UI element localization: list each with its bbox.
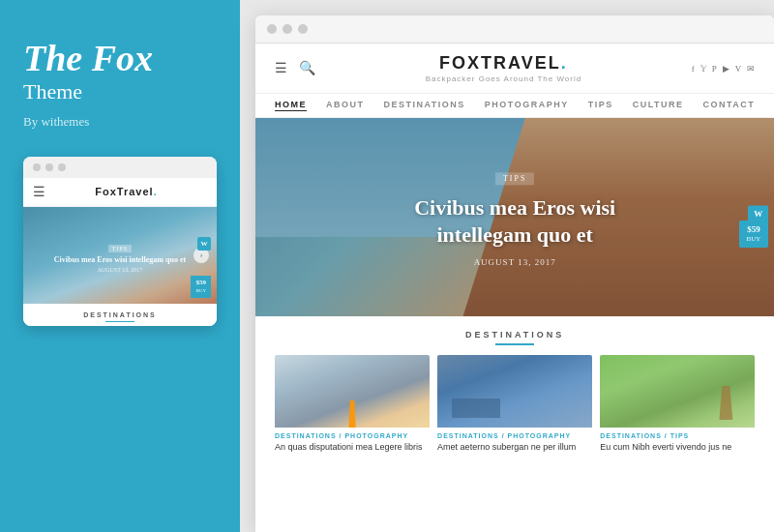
dest-card-3-image: [600, 355, 755, 428]
left-panel: The Fox Theme By withemes ☰ FoxTravel. T…: [0, 0, 240, 532]
mini-site-logo: FoxTravel.: [95, 186, 157, 197]
destinations-section-line: [495, 343, 534, 345]
nav-home[interactable]: HOME: [275, 100, 307, 111]
pinterest-icon[interactable]: P: [712, 64, 717, 74]
logo-dot: .: [561, 53, 568, 73]
dest-card-1-category: DESTINATIONS / PHOTOGRAPHY: [275, 432, 430, 439]
hero-title: Civibus mea Eros wisi intellegam quo et: [385, 194, 644, 250]
hero-tips-badge: TIPS: [495, 172, 534, 185]
dest-card-1[interactable]: DESTINATIONS / PHOTOGRAPHY An quas dispu…: [275, 355, 430, 456]
dest-card-3-title: Eu cum Nibh everti vivendo jus ne: [600, 442, 755, 454]
price-badge: $59 BUY: [739, 220, 769, 248]
mini-hamburger-icon: ☰: [33, 184, 45, 200]
nav-culture[interactable]: CULTURE: [633, 100, 684, 111]
mini-hero-title: Civibus mea Eros wisi intellegam quo et: [54, 255, 186, 265]
site-logo-area: FoxTravel. Backpacker Goes Around The Wo…: [426, 53, 582, 83]
hamburger-icon[interactable]: ☰: [275, 60, 287, 76]
browser-dot-3: [298, 24, 308, 34]
price-value: $59: [747, 223, 760, 233]
site-hero: TIPS Civibus mea Eros wisi intellegam qu…: [255, 118, 774, 316]
nav-photography[interactable]: PHOTOGRAPHY: [485, 100, 569, 111]
mini-nav-bar: ☰ FoxTravel.: [23, 178, 217, 207]
facebook-icon[interactable]: f: [692, 64, 695, 74]
browser-dot-2: [283, 24, 292, 34]
dest-card-2-meta: DESTINATIONS / PHOTOGRAPHY Amet aeterno …: [437, 428, 592, 456]
site-logo: FoxTravel.: [426, 53, 582, 74]
nav-about[interactable]: ABOUT: [326, 100, 365, 111]
browser-dot-1: [267, 24, 277, 34]
destinations-section: DESTINATIONS DESTINATIONS / PHOTOGRAPHY …: [255, 316, 774, 463]
mini-browser: ☰ FoxTravel. TIPS Civibus mea Eros wisi …: [23, 157, 217, 326]
site-tagline: Backpacker Goes Around The World: [426, 74, 582, 83]
destinations-grid: DESTINATIONS / PHOTOGRAPHY An quas dispu…: [275, 355, 755, 456]
theme-by: By withemes: [23, 114, 89, 130]
price-buy-label: BUY: [747, 235, 761, 244]
twitter-icon[interactable]: 𝕐: [700, 64, 706, 74]
email-icon[interactable]: ✉: [747, 64, 755, 74]
mini-destinations-label: DESTINATIONS: [33, 311, 207, 318]
mini-logo-dot: .: [154, 186, 158, 197]
mini-hero: TIPS Civibus mea Eros wisi intellegam qu…: [23, 207, 217, 304]
right-panel: ☰ 🔍 FoxTravel. Backpacker Goes Around Th…: [240, 0, 774, 532]
mini-hero-date: AUGUST 13, 2017: [54, 267, 186, 273]
dest-card-3-meta: DESTINATIONS / TIPS Eu cum Nibh everti v…: [600, 428, 755, 456]
mini-dot-3: [58, 163, 66, 171]
theme-title: The Fox: [23, 39, 153, 79]
mini-browser-bar: [23, 157, 217, 178]
mini-tips-badge: TIPS: [108, 245, 132, 252]
hero-text: TIPS Civibus mea Eros wisi intellegam qu…: [385, 167, 644, 267]
destinations-section-title: DESTINATIONS: [275, 330, 755, 340]
header-right: f 𝕐 P ▶ V ✉: [692, 64, 756, 74]
theme-subtitle: Theme: [23, 79, 82, 104]
vimeo-icon[interactable]: V: [735, 64, 742, 74]
dest-card-2-image: [437, 355, 592, 428]
header-left: ☰ 🔍: [275, 60, 315, 76]
dest-card-1-title: An quas disputationi mea Legere libris: [275, 442, 430, 454]
mini-price-badge: $59 BUY: [191, 276, 211, 298]
browser-top-bar: [255, 15, 774, 44]
dest-card-2-title: Amet aeterno subergan ne per illum: [437, 442, 592, 454]
mini-wp-icon: W: [197, 237, 211, 251]
dest-card-3[interactable]: DESTINATIONS / TIPS Eu cum Nibh everti v…: [600, 355, 755, 456]
search-icon[interactable]: 🔍: [299, 60, 315, 76]
dest-card-2[interactable]: DESTINATIONS / PHOTOGRAPHY Amet aeterno …: [437, 355, 592, 456]
section-header: DESTINATIONS: [275, 330, 755, 345]
site-header: ☰ 🔍 FoxTravel. Backpacker Goes Around Th…: [255, 44, 774, 94]
mini-dot-2: [45, 163, 53, 171]
mini-hero-text: TIPS Civibus mea Eros wisi intellegam qu…: [54, 237, 186, 273]
nav-destinations[interactable]: DESTINATIONS: [384, 100, 465, 111]
browser-content: ☰ 🔍 FoxTravel. Backpacker Goes Around Th…: [255, 44, 774, 532]
dest-card-2-category: DESTINATIONS / PHOTOGRAPHY: [437, 432, 592, 439]
mini-browser-content: ☰ FoxTravel. TIPS Civibus mea Eros wisi …: [23, 178, 217, 326]
dest-card-3-category: DESTINATIONS / TIPS: [600, 432, 755, 439]
mini-destinations-underline: [105, 321, 134, 322]
nav-tips[interactable]: TIPS: [588, 100, 613, 111]
hero-date: AUGUST 13, 2017: [385, 257, 644, 267]
mini-dot-1: [33, 163, 41, 171]
mini-destinations: DESTINATIONS: [23, 304, 217, 326]
site-nav: HOME ABOUT DESTINATIONS PHOTOGRAPHY TIPS…: [255, 94, 774, 118]
dest-card-1-meta: DESTINATIONS / PHOTOGRAPHY An quas dispu…: [275, 428, 430, 456]
nav-contact[interactable]: CONTACT: [703, 100, 756, 111]
dest-card-1-image: [275, 355, 430, 428]
youtube-icon[interactable]: ▶: [723, 64, 729, 74]
browser-window: ☰ 🔍 FoxTravel. Backpacker Goes Around Th…: [255, 15, 774, 532]
